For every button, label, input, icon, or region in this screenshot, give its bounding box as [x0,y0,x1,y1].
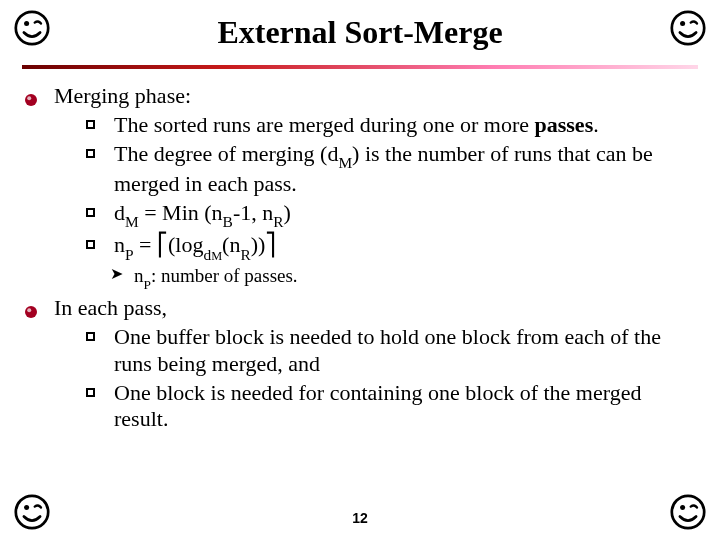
svg-point-9 [27,96,31,100]
svg-point-1 [24,21,29,26]
svg-point-3 [680,21,685,26]
svg-point-2 [672,12,704,44]
slide-title: External Sort-Merge [0,0,720,51]
section-in-each-pass: In each pass, One buffer block is needed… [54,295,690,433]
subnote-item: nP: number of passes. [110,264,690,291]
list-item: The sorted runs are merged during one or… [86,112,690,139]
smile-wink-icon [14,10,50,46]
section-heading: Merging phase: [54,83,191,108]
section-heading: In each pass, [54,295,167,320]
section-merging-phase: Merging phase: The sorted runs are merge… [54,83,690,291]
disc-bullet-icon [24,299,38,313]
list-item: One block is needed for containing one b… [86,380,690,434]
bullet-list: The sorted runs are merged during one or… [86,112,690,262]
list-item: The degree of merging (dM) is the number… [86,141,690,198]
subnote-list: nP: number of passes. [110,264,690,291]
slide-body: Merging phase: The sorted runs are merge… [0,69,720,433]
svg-point-10 [25,306,37,318]
page-number: 12 [0,510,720,526]
list-item: One buffer block is needed to hold one b… [86,324,690,378]
svg-point-8 [25,94,37,106]
svg-point-0 [16,12,48,44]
smile-wink-icon [670,10,706,46]
list-item: nP = ⎡(logdM(nR))⎤ [86,232,690,262]
list-item: dM = Min (nB-1, nR) [86,200,690,230]
svg-point-11 [27,308,31,312]
disc-bullet-icon [24,87,38,101]
bullet-list: One buffer block is needed to hold one b… [86,324,690,433]
